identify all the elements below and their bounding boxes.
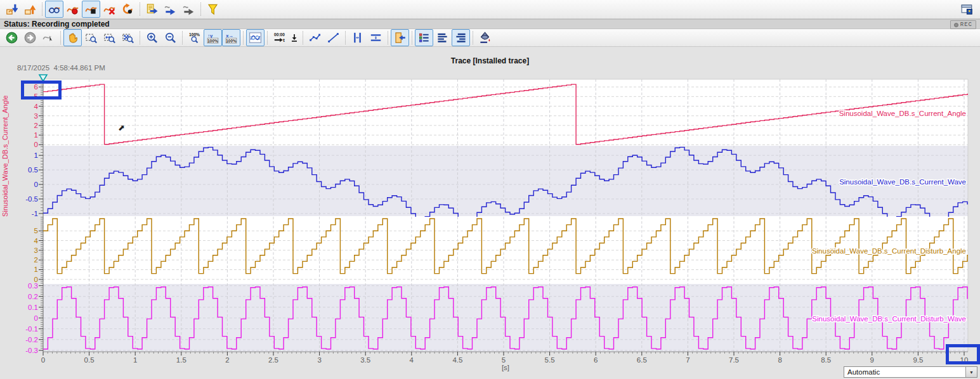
- nav-back-button[interactable]: [3, 29, 21, 46]
- legend-left-button[interactable]: [433, 29, 452, 46]
- pan-hand-button[interactable]: [63, 29, 82, 46]
- toolbar-separator: [473, 31, 473, 44]
- save-measurement-icon: [24, 3, 36, 15]
- toolbar-separator: [303, 31, 303, 44]
- y-tick-label: 0.5: [28, 166, 38, 174]
- x-tick-label: 2.5: [268, 356, 278, 364]
- export-trace-gray-button[interactable]: [180, 1, 198, 18]
- y-tick-label: -0.2: [25, 336, 38, 344]
- samples-dots-button[interactable]: [306, 29, 324, 46]
- stop-recording-button[interactable]: [82, 1, 100, 18]
- overlay-curves-icon: [249, 32, 261, 44]
- series-label: Sinusoidal_Wave_DB.s_Current_Angle: [839, 110, 966, 117]
- x-tick-label: 1.5: [176, 356, 186, 364]
- zoom-free-button[interactable]: [119, 29, 137, 46]
- y-tick-label: -0.5: [25, 195, 38, 203]
- apply-time-icon: [289, 32, 299, 44]
- y-tick-label: 1: [34, 266, 38, 273]
- y-tick-label: 2: [34, 122, 38, 129]
- overlay-curves-button[interactable]: [246, 29, 265, 46]
- nav-back-icon: [6, 32, 18, 44]
- discard-recording-button[interactable]: [100, 1, 119, 18]
- zoom-area-button[interactable]: [82, 29, 100, 46]
- export-trace-blue-button[interactable]: [161, 1, 180, 18]
- y-tick-label: 3: [34, 247, 38, 254]
- main-toolbar: [0, 0, 980, 19]
- x-tick-label: 9.5: [913, 356, 923, 364]
- y-tick-label: 0.2: [28, 293, 38, 300]
- legend-button[interactable]: [415, 29, 433, 46]
- discard-recording-icon: [103, 3, 115, 15]
- legend-right-button[interactable]: [452, 29, 470, 46]
- scale-y-100-icon: ↑y100%: [207, 32, 219, 44]
- zoom-100-button[interactable]: 100%: [185, 29, 204, 46]
- monitor-onoff-button[interactable]: [45, 1, 63, 18]
- time-sync-button[interactable]: 00:00t: [270, 29, 289, 46]
- y-tick-label: 5: [34, 227, 38, 234]
- background-color-button[interactable]: [476, 29, 494, 46]
- toolbar-separator: [267, 31, 268, 44]
- x-tick-label: 5.5: [545, 356, 555, 364]
- x-tick-label: 1: [133, 356, 137, 364]
- zoom-horizontal-button[interactable]: [100, 29, 119, 46]
- rec-label: REC: [960, 22, 972, 28]
- x-tick-label: 4: [410, 356, 414, 364]
- zoom-in-button[interactable]: [143, 29, 161, 46]
- apply-time-button[interactable]: [289, 29, 300, 46]
- mouse-cursor-icon: ⬈: [118, 123, 125, 132]
- toolbar-separator: [42, 3, 42, 16]
- toolbar-separator: [345, 31, 346, 44]
- trace-plot-region: Trace [Installed trace] 8/17/2025 4:58:4…: [0, 47, 980, 379]
- detach-panel-button[interactable]: [958, 1, 976, 18]
- x-tick-label: 3.5: [360, 356, 370, 364]
- snapshot-door-button[interactable]: [391, 29, 409, 46]
- legend-left-icon: [436, 32, 448, 44]
- zoom-area-icon: [85, 32, 97, 44]
- vertical-cursors-button[interactable]: [348, 29, 367, 46]
- toolbar-separator: [200, 3, 201, 16]
- y-tick-label: 0: [34, 181, 38, 188]
- scale-x-100-button[interactable]: x→100%: [222, 29, 240, 46]
- legend-right-icon: [455, 32, 467, 44]
- import-measurement-button[interactable]: [3, 1, 21, 18]
- x-scale-mode-dropdown[interactable]: Automatic ▼: [844, 366, 977, 378]
- stop-recording-icon: [85, 3, 97, 15]
- zoom-free-icon: [122, 32, 134, 44]
- horizontal-cursors-button[interactable]: [367, 29, 385, 46]
- series-label: Sinusoidal_Wave_DB.s_Current_Wave: [839, 178, 966, 186]
- toolbar-separator: [412, 31, 412, 44]
- y-tick-label: 2: [34, 256, 38, 264]
- nav-forward-icon: [24, 32, 36, 44]
- vertical-cursors-icon: [351, 32, 363, 44]
- background-color-icon: [479, 32, 491, 44]
- x-axis-unit-label: [s]: [502, 364, 509, 371]
- trace-plot-canvas[interactable]: 0123456-1-0.500.510123450.30.20.10-0.1-0…: [0, 47, 980, 379]
- rec-dot-icon: [954, 23, 958, 27]
- x-tick-label: 6: [594, 356, 598, 364]
- filter-button[interactable]: [204, 1, 222, 18]
- scale-y-100-button[interactable]: ↑y100%: [204, 29, 222, 46]
- transfer-trace-button[interactable]: [143, 1, 161, 18]
- chart-pointer-button[interactable]: [39, 29, 58, 46]
- horizontal-cursors-icon: [370, 32, 382, 44]
- toolbar-separator: [140, 3, 140, 16]
- legend-icon: [418, 32, 430, 44]
- auto-repeat-button[interactable]: [119, 1, 137, 18]
- dropdown-arrow-icon[interactable]: ▼: [965, 367, 977, 377]
- x-tick-label: 8: [778, 356, 781, 364]
- export-trace-blue-icon: [164, 3, 176, 15]
- save-measurement-button[interactable]: [21, 1, 39, 18]
- zoom-out-button[interactable]: [161, 29, 180, 46]
- svg-text:100%: 100%: [189, 32, 200, 37]
- start-recording-button[interactable]: [63, 1, 82, 18]
- toolbar-separator: [388, 31, 388, 44]
- export-trace-gray-icon: [183, 3, 195, 15]
- y-tick-label: 1: [34, 131, 38, 139]
- x-tick-label: 0.5: [84, 356, 95, 364]
- time-sync-icon: 00:00t: [273, 32, 285, 44]
- interpolate-line-button[interactable]: [324, 29, 343, 46]
- nav-forward-button[interactable]: [21, 29, 39, 46]
- y-tick-label: 0.3: [28, 282, 38, 290]
- toolbar-separator: [140, 31, 140, 44]
- toolbar-separator: [182, 31, 183, 44]
